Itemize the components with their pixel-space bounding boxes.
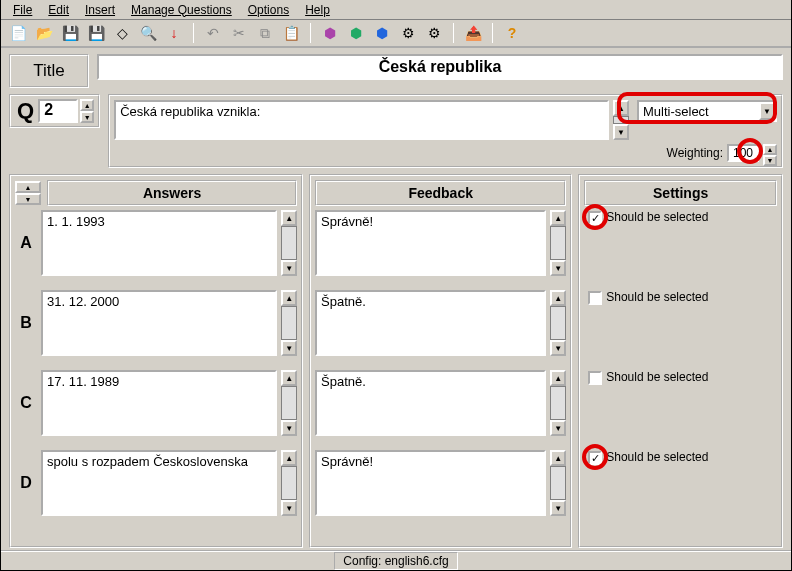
answers-column: ▲ ▼ Answers A1. 1. 1993▲▼B31. 12. 2000▲▼… xyxy=(9,174,303,548)
menu-insert[interactable]: Insert xyxy=(77,1,123,19)
spin-down-icon[interactable]: ▼ xyxy=(763,155,777,166)
scroll-up-icon[interactable]: ▲ xyxy=(281,370,297,386)
should-be-selected-label: Should be selected xyxy=(606,450,708,464)
scroll-down-icon[interactable]: ▼ xyxy=(550,340,566,356)
toolbar: 📄 📂 💾 💾 ◇ 🔍 ↓ ↶ ✂ ⧉ 📋 ⬢ ⬢ ⬢ ⚙ ⚙ 📤 ? xyxy=(1,20,791,48)
scroll-down-icon[interactable]: ▼ xyxy=(613,124,629,140)
menu-options[interactable]: Options xyxy=(240,1,297,19)
weighting-input[interactable]: 100 xyxy=(727,144,759,162)
feedback-input[interactable]: Špatně. xyxy=(315,290,546,356)
row-letter: D xyxy=(15,450,37,516)
answer-scroll[interactable]: ▲▼ xyxy=(281,370,297,436)
save-icon[interactable]: 💾 xyxy=(59,22,81,44)
menu-manage[interactable]: Manage Questions xyxy=(123,1,240,19)
weighting-spinner[interactable]: ▲ ▼ xyxy=(763,144,777,162)
tool5-icon[interactable]: ⚙ xyxy=(423,22,445,44)
scroll-up-icon[interactable]: ▲ xyxy=(613,100,629,116)
question-text-input[interactable]: Česká republika vznikla: xyxy=(114,100,609,140)
scroll-down-icon[interactable]: ▼ xyxy=(550,500,566,516)
menu-help[interactable]: Help xyxy=(297,1,338,19)
erase-icon[interactable]: ◇ xyxy=(111,22,133,44)
feedback-scroll[interactable]: ▲▼ xyxy=(550,290,566,356)
row-letter: A xyxy=(15,210,37,276)
status-bar: Config: english6.cfg xyxy=(1,550,791,570)
answer-input[interactable]: spolu s rozpadem Československa xyxy=(41,450,277,516)
search-icon[interactable]: 🔍 xyxy=(137,22,159,44)
scroll-up-icon[interactable]: ▲ xyxy=(550,210,566,226)
spin-up-icon[interactable]: ▲ xyxy=(763,144,777,155)
question-number-input[interactable]: 2 xyxy=(38,99,78,123)
feedback-input[interactable]: Správně! xyxy=(315,450,546,516)
scroll-down-icon[interactable]: ▼ xyxy=(550,420,566,436)
undo-icon[interactable]: ↶ xyxy=(202,22,224,44)
tool1-icon[interactable]: ⬢ xyxy=(319,22,341,44)
copy-icon[interactable]: ⧉ xyxy=(254,22,276,44)
question-number-spinner[interactable]: ▲ ▼ xyxy=(80,99,94,123)
feedback-input[interactable]: Špatně. xyxy=(315,370,546,436)
spin-down-icon[interactable]: ▼ xyxy=(80,111,94,123)
title-input[interactable]: Česká republika xyxy=(97,54,783,80)
scroll-up-icon[interactable]: ▲ xyxy=(550,450,566,466)
should-be-selected-checkbox[interactable] xyxy=(588,211,602,225)
weighting-label: Weighting: xyxy=(667,146,723,160)
feedback-header: Feedback xyxy=(315,180,566,206)
nav-up-icon[interactable]: ▲ xyxy=(15,181,41,193)
status-text: Config: english6.cfg xyxy=(334,552,457,570)
should-be-selected-checkbox[interactable] xyxy=(588,291,602,305)
menu-bar: File Edit Insert Manage Questions Option… xyxy=(1,0,791,20)
row-letter: C xyxy=(15,370,37,436)
help-icon[interactable]: ? xyxy=(501,22,523,44)
settings-header: Settings xyxy=(584,180,777,206)
scroll-down-icon[interactable]: ▼ xyxy=(550,260,566,276)
tool2-icon[interactable]: ⬢ xyxy=(345,22,367,44)
row-letter: B xyxy=(15,290,37,356)
scroll-up-icon[interactable]: ▲ xyxy=(281,450,297,466)
scroll-down-icon[interactable]: ▼ xyxy=(281,500,297,516)
feedback-scroll[interactable]: ▲▼ xyxy=(550,210,566,276)
answer-scroll[interactable]: ▲▼ xyxy=(281,450,297,516)
scroll-up-icon[interactable]: ▲ xyxy=(281,290,297,306)
should-be-selected-checkbox[interactable] xyxy=(588,371,602,385)
scroll-up-icon[interactable]: ▲ xyxy=(550,290,566,306)
feedback-input[interactable]: Správně! xyxy=(315,210,546,276)
scroll-down-icon[interactable]: ▼ xyxy=(281,340,297,356)
scroll-up-icon[interactable]: ▲ xyxy=(550,370,566,386)
tool4-icon[interactable]: ⚙ xyxy=(397,22,419,44)
should-be-selected-label: Should be selected xyxy=(606,210,708,224)
tool3-icon[interactable]: ⬢ xyxy=(371,22,393,44)
feedback-column: Feedback Správně!▲▼Špatně.▲▼Špatně.▲▼Spr… xyxy=(309,174,572,548)
feedback-scroll[interactable]: ▲▼ xyxy=(550,450,566,516)
arrow-down-icon[interactable]: ↓ xyxy=(163,22,185,44)
export-icon[interactable]: 📤 xyxy=(462,22,484,44)
should-be-selected-label: Should be selected xyxy=(606,290,708,304)
dropdown-icon[interactable]: ▼ xyxy=(759,102,775,120)
scroll-down-icon[interactable]: ▼ xyxy=(281,260,297,276)
answer-input[interactable]: 1. 1. 1993 xyxy=(41,210,277,276)
open-icon[interactable]: 📂 xyxy=(33,22,55,44)
menu-edit[interactable]: Edit xyxy=(40,1,77,19)
answer-input[interactable]: 31. 12. 2000 xyxy=(41,290,277,356)
new-icon[interactable]: 📄 xyxy=(7,22,29,44)
feedback-scroll[interactable]: ▲▼ xyxy=(550,370,566,436)
nav-down-icon[interactable]: ▼ xyxy=(15,193,41,205)
answer-input[interactable]: 17. 11. 1989 xyxy=(41,370,277,436)
paste-icon[interactable]: 📋 xyxy=(280,22,302,44)
cut-icon[interactable]: ✂ xyxy=(228,22,250,44)
settings-column: Settings Should be selectedShould be sel… xyxy=(578,174,783,548)
question-letter: Q xyxy=(15,98,36,124)
save-as-icon[interactable]: 💾 xyxy=(85,22,107,44)
answer-scroll[interactable]: ▲▼ xyxy=(281,290,297,356)
question-type-value: Multi-select xyxy=(643,104,709,119)
should-be-selected-checkbox[interactable] xyxy=(588,451,602,465)
menu-file[interactable]: File xyxy=(5,1,40,19)
scroll-up-icon[interactable]: ▲ xyxy=(281,210,297,226)
answer-scroll[interactable]: ▲▼ xyxy=(281,210,297,276)
row-navigator[interactable]: ▲ ▼ xyxy=(15,181,41,205)
answers-header: Answers xyxy=(47,180,297,206)
scroll-down-icon[interactable]: ▼ xyxy=(281,420,297,436)
question-type-dropdown[interactable]: Multi-select ▼ xyxy=(637,100,777,122)
title-label: Title xyxy=(9,54,89,88)
should-be-selected-label: Should be selected xyxy=(606,370,708,384)
spin-up-icon[interactable]: ▲ xyxy=(80,99,94,111)
